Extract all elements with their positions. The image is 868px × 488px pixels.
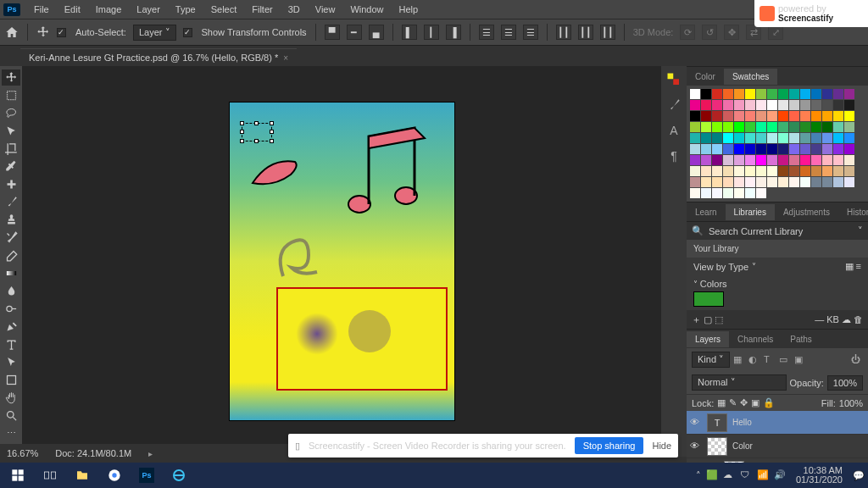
swatch[interactable] <box>690 122 700 132</box>
show-transform-checkbox[interactable] <box>183 28 192 37</box>
visibility-icon[interactable]: 👁 <box>690 417 702 429</box>
quick-select-tool[interactable] <box>2 123 20 139</box>
dodge-tool[interactable] <box>2 301 20 317</box>
swatch[interactable] <box>833 89 843 99</box>
swatch[interactable] <box>778 144 788 154</box>
filter-toggle-icon[interactable]: ⏻ <box>851 354 863 366</box>
dist-vcenter-icon[interactable]: ☰ <box>501 25 516 40</box>
brush-panel-icon[interactable] <box>665 97 682 114</box>
swatch[interactable] <box>822 166 832 176</box>
doc-size[interactable]: Doc: 24.1M/80.1M <box>55 448 131 458</box>
swatch[interactable] <box>734 166 744 176</box>
align-right-icon[interactable]: ▐ <box>446 25 461 40</box>
swatch[interactable] <box>778 89 788 99</box>
text-transform-box[interactable] <box>242 123 272 141</box>
swatch[interactable] <box>734 111 744 121</box>
swatch[interactable] <box>701 133 711 143</box>
edit-toolbar-icon[interactable]: ⋯ <box>2 425 20 441</box>
dist-left-icon[interactable]: ┃┃ <box>556 25 571 40</box>
swatch[interactable] <box>833 122 843 132</box>
swatch[interactable] <box>712 177 722 187</box>
library-title[interactable]: Your Library <box>687 240 868 258</box>
tab-libraries[interactable]: Libraries <box>726 204 775 220</box>
eraser-tool[interactable] <box>2 247 20 263</box>
opacity-input[interactable]: 100% <box>827 375 863 391</box>
photoshop-taskbar-icon[interactable]: Ps <box>132 464 161 486</box>
swatch[interactable] <box>789 89 799 99</box>
swatch[interactable] <box>734 100 744 110</box>
swatch[interactable] <box>778 177 788 187</box>
swatch[interactable] <box>822 89 832 99</box>
swatch[interactable] <box>745 155 755 165</box>
swatch[interactable] <box>767 166 777 176</box>
canvas-area[interactable] <box>22 66 661 457</box>
filter-type-icon[interactable]: T <box>764 354 776 366</box>
swatch[interactable] <box>690 188 700 198</box>
swatch[interactable] <box>800 177 810 187</box>
swatch[interactable] <box>701 188 711 198</box>
swatch[interactable] <box>723 100 733 110</box>
swatch[interactable] <box>800 111 810 121</box>
paragraph-panel-icon[interactable]: ¶ <box>665 147 682 164</box>
swatch[interactable] <box>745 144 755 154</box>
align-left-icon[interactable]: ▌ <box>402 25 417 40</box>
swatch[interactable] <box>811 89 821 99</box>
brush-tool[interactable] <box>2 194 20 210</box>
swatch[interactable] <box>789 144 799 154</box>
path-select-tool[interactable] <box>2 354 20 370</box>
lock-transparent-icon[interactable]: ▦ <box>717 397 726 408</box>
swatch[interactable] <box>833 100 843 110</box>
lasso-tool[interactable] <box>2 105 20 121</box>
swatch[interactable] <box>756 89 766 99</box>
lock-all-icon[interactable]: 🔒 <box>763 397 775 408</box>
swatch[interactable] <box>844 177 854 187</box>
swatch[interactable] <box>767 100 777 110</box>
tray-app-icon[interactable]: 🟩 <box>706 469 718 481</box>
swatch[interactable] <box>701 166 711 176</box>
menu-window[interactable]: Window <box>343 2 390 17</box>
tray-cloud-icon[interactable]: ☁ <box>723 469 735 481</box>
align-vcenter-icon[interactable]: ━ <box>347 25 362 40</box>
stamp-tool[interactable] <box>2 212 20 228</box>
marquee-tool[interactable] <box>2 87 20 103</box>
swatch[interactable] <box>833 111 843 121</box>
stop-sharing-button[interactable]: Stop sharing <box>575 437 644 454</box>
swatch[interactable] <box>844 122 854 132</box>
swatch[interactable] <box>734 144 744 154</box>
menu-filter[interactable]: Filter <box>245 2 279 17</box>
tab-adjustments[interactable]: Adjustments <box>775 204 838 220</box>
hide-share-button[interactable]: Hide <box>652 441 671 451</box>
zoom-tool[interactable] <box>2 408 20 424</box>
swatch[interactable] <box>745 177 755 187</box>
swatch[interactable] <box>734 133 744 143</box>
swatch[interactable] <box>723 177 733 187</box>
swatch[interactable] <box>800 155 810 165</box>
dist-bottom-icon[interactable]: ☰ <box>523 25 538 40</box>
swatch[interactable] <box>800 122 810 132</box>
swatch[interactable] <box>822 144 832 154</box>
swatch[interactable] <box>822 122 832 132</box>
start-button[interactable] <box>3 464 32 486</box>
swatch[interactable] <box>767 133 777 143</box>
swatch[interactable] <box>712 122 722 132</box>
swatch[interactable] <box>690 144 700 154</box>
swatch[interactable] <box>767 111 777 121</box>
layer-filter-kind[interactable]: Kind ˅ <box>692 352 730 368</box>
chrome-icon[interactable] <box>100 464 129 486</box>
swatch[interactable] <box>745 111 755 121</box>
swatch[interactable] <box>734 89 744 99</box>
swatch[interactable] <box>811 111 821 121</box>
move-tool[interactable] <box>2 69 20 86</box>
hand-tool[interactable] <box>2 390 20 406</box>
chevron-down-icon[interactable]: ˅ <box>858 225 863 236</box>
swatch[interactable] <box>690 100 700 110</box>
swatch[interactable] <box>701 111 711 121</box>
swatch[interactable] <box>712 155 722 165</box>
swatch[interactable] <box>756 100 766 110</box>
lock-position-icon[interactable]: ✥ <box>740 397 748 408</box>
zoom-level[interactable]: 16.67% <box>7 448 38 458</box>
tab-swatches[interactable]: Swatches <box>724 69 777 85</box>
swatch[interactable] <box>734 188 744 198</box>
dist-top-icon[interactable]: ☰ <box>479 25 494 40</box>
tab-learn[interactable]: Learn <box>687 204 726 220</box>
